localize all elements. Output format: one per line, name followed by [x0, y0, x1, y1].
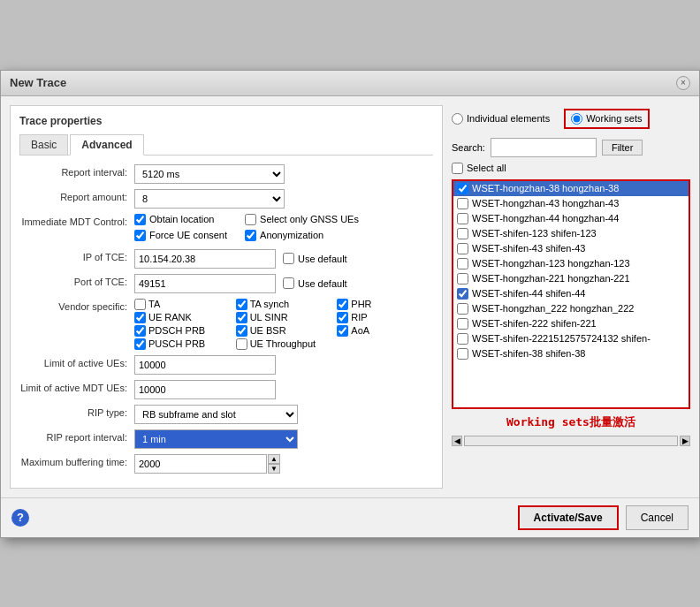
spinner-up-button[interactable]: ▲: [268, 454, 280, 464]
scroll-left-button[interactable]: ◀: [452, 436, 462, 446]
rip-report-interval-select[interactable]: 1 min: [134, 429, 298, 449]
element-type-radio-group: Individual elements Working sets: [452, 105, 690, 133]
ws-item-label: WSET-hongzhan-44 hongzhan-44: [472, 213, 619, 224]
help-button[interactable]: ?: [11, 509, 29, 527]
port-use-default-checkbox[interactable]: [283, 277, 294, 289]
report-amount-label: Report amount:: [19, 189, 134, 202]
obtain-location-label: Obtain location: [149, 214, 214, 224]
scroll-track[interactable]: [464, 436, 678, 446]
scroll-right-button[interactable]: ▶: [680, 436, 690, 446]
close-button[interactable]: ×: [676, 76, 690, 90]
ip-tce-input[interactable]: [134, 249, 276, 269]
individual-elements-option[interactable]: Individual elements: [452, 113, 550, 125]
ws-item-checkbox[interactable]: [457, 273, 468, 285]
ip-use-default-checkbox[interactable]: [283, 253, 294, 264]
dialog-title: New Trace: [10, 76, 66, 89]
tab-advanced[interactable]: Advanced: [70, 134, 143, 156]
tabs-container: Basic Advanced: [19, 134, 433, 156]
rip-type-select[interactable]: RB subframe and slot: [134, 405, 298, 424]
phr-label: PHR: [351, 299, 371, 309]
working-sets-option[interactable]: Working sets: [564, 109, 649, 129]
obtain-location-checkbox[interactable]: [134, 214, 146, 225]
list-item[interactable]: WSET-hongzhan_222 hongzhan_222: [453, 301, 689, 316]
list-item[interactable]: WSET-shifen-123 shifen-123: [453, 226, 689, 241]
list-item[interactable]: WSET-shifen-2221512575724132 shifen-: [453, 331, 689, 346]
ws-item-checkbox[interactable]: [457, 348, 468, 360]
section-title: Trace properties: [19, 115, 433, 127]
ue-rank-checkbox[interactable]: [134, 312, 146, 323]
list-item[interactable]: WSET-hongzhan-43 hongzhan-43: [453, 196, 689, 211]
ue-throughput-checkbox[interactable]: [236, 338, 247, 350]
list-item[interactable]: WSET-hongzhan-123 hongzhan-123: [453, 256, 689, 271]
port-tce-label: Port of TCE:: [19, 274, 134, 287]
list-item[interactable]: WSET-hongzhan-221 hongzhan-221: [453, 271, 689, 286]
pusch-prb-label: PUSCH PRB: [148, 338, 205, 349]
ws-item-checkbox[interactable]: [457, 258, 468, 269]
rip-type-row: RIP type: RB subframe and slot: [19, 405, 433, 424]
rip-report-interval-row: RIP report interval: 1 min: [19, 429, 433, 449]
limit-mdt-ues-label: Limit of active MDT UEs:: [19, 380, 134, 393]
ws-item-checkbox[interactable]: [457, 213, 468, 224]
ta-checkbox[interactable]: [134, 299, 146, 310]
rip-label: RIP: [351, 312, 367, 322]
list-item[interactable]: WSET-shifen-44 shifen-44: [453, 286, 689, 301]
ws-item-checkbox[interactable]: [457, 333, 468, 345]
ws-item-checkbox[interactable]: [457, 288, 468, 300]
select-all-label: Select all: [467, 163, 506, 173]
limit-ues-input[interactable]: [134, 355, 276, 375]
phr-checkbox[interactable]: [337, 299, 348, 310]
ws-item-checkbox[interactable]: [457, 243, 468, 254]
list-item[interactable]: WSET-shifen-38 shifen-38: [453, 346, 689, 361]
ws-item-label: WSET-hongzhan_222 hongzhan_222: [472, 303, 634, 314]
individual-elements-radio[interactable]: [452, 113, 463, 125]
activate-save-button[interactable]: Activate/Save: [518, 505, 619, 530]
select-all-checkbox[interactable]: [452, 163, 463, 174]
ws-item-checkbox[interactable]: [457, 318, 468, 330]
dialog-footer: ? Activate/Save Cancel: [1, 497, 699, 537]
tab-basic[interactable]: Basic: [19, 134, 68, 155]
right-panel: Individual elements Working sets Search:…: [452, 105, 690, 489]
list-item[interactable]: WSET-hongzhan-38 hongzhan-38: [453, 181, 689, 196]
ue-bsr-checkbox[interactable]: [236, 325, 247, 337]
ws-item-checkbox[interactable]: [457, 228, 468, 239]
aoa-label: AoA: [351, 325, 369, 336]
report-interval-select[interactable]: 5120 ms: [134, 164, 285, 184]
list-item[interactable]: WSET-hongzhan-44 hongzhan-44: [453, 211, 689, 226]
limit-mdt-ues-input[interactable]: [134, 380, 276, 399]
ul-sinr-checkbox[interactable]: [236, 312, 247, 323]
ws-item-label: WSET-hongzhan-123 hongzhan-123: [472, 258, 630, 269]
search-input[interactable]: [491, 138, 597, 157]
report-amount-select[interactable]: 8: [134, 189, 285, 209]
vendor-ue-throughput: UE Throughput: [236, 338, 332, 350]
select-gnss-checkbox[interactable]: [245, 214, 256, 225]
cancel-button[interactable]: Cancel: [626, 505, 689, 530]
vendor-ue-bsr: UE BSR: [236, 325, 332, 337]
ws-item-checkbox[interactable]: [457, 198, 468, 209]
force-ue-consent-label: Force UE consent: [149, 230, 227, 240]
pdsch-prb-checkbox[interactable]: [134, 325, 146, 337]
ta-synch-label: TA synch: [250, 299, 289, 309]
force-ue-consent-checkbox[interactable]: [134, 230, 146, 241]
ws-item-checkbox[interactable]: [457, 303, 468, 315]
port-use-default-row: Use default: [283, 277, 347, 289]
pusch-prb-checkbox[interactable]: [134, 338, 146, 350]
ta-synch-checkbox[interactable]: [236, 299, 247, 310]
mdt-control-content: Obtain location Force UE consent Select …: [134, 214, 433, 244]
port-tce-input[interactable]: [134, 274, 276, 293]
pdsch-prb-label: PDSCH PRB: [148, 325, 205, 336]
ws-item-checkbox[interactable]: [457, 183, 468, 194]
rip-type-label: RIP type:: [19, 405, 134, 418]
working-sets-label: Working sets: [586, 113, 642, 124]
rip-report-interval-label: RIP report interval:: [19, 429, 134, 443]
list-item[interactable]: WSET-shifen-222 shifen-221: [453, 316, 689, 331]
anonymization-checkbox[interactable]: [245, 230, 256, 241]
list-item[interactable]: WSET-shifen-43 shifen-43: [453, 241, 689, 256]
spinner-wrap: ▲ ▼: [134, 454, 433, 474]
rip-checkbox[interactable]: [337, 312, 348, 323]
working-sets-radio[interactable]: [571, 113, 582, 125]
filter-button[interactable]: Filter: [602, 140, 643, 156]
aoa-checkbox[interactable]: [337, 325, 348, 337]
spinner-down-button[interactable]: ▼: [268, 464, 280, 474]
ws-item-label: WSET-shifen-123 shifen-123: [472, 228, 597, 239]
max-buffering-input[interactable]: [134, 454, 267, 474]
